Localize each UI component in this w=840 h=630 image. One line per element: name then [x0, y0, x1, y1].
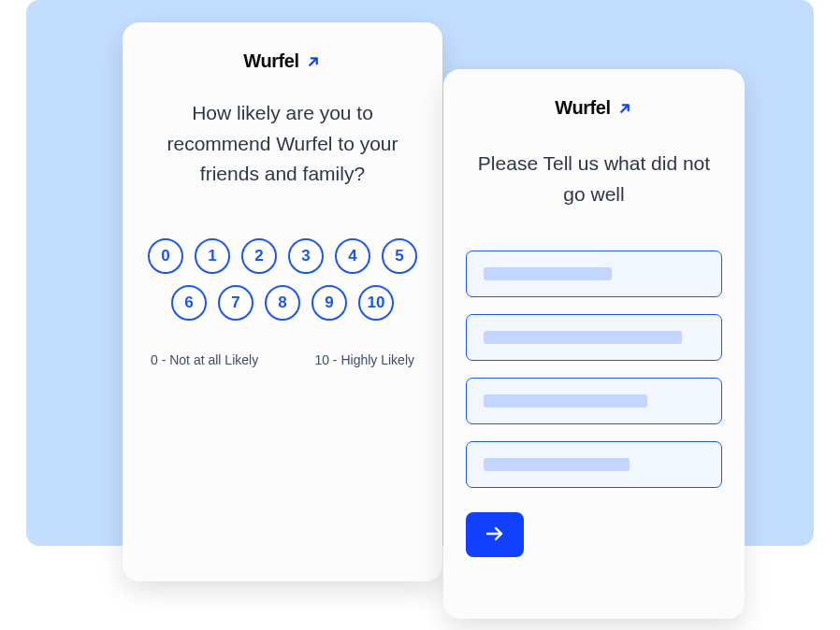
feedback-card: Wurfel Please Tell us what did not go we…	[443, 69, 745, 619]
option-placeholder	[484, 331, 682, 344]
arrow-up-right-icon	[616, 100, 633, 117]
option-placeholder	[484, 458, 630, 471]
nps-score-3[interactable]: 3	[288, 238, 324, 274]
nps-score-1[interactable]: 1	[195, 238, 230, 274]
brand-logo: Wurfel	[123, 50, 442, 72]
feedback-option-3[interactable]	[466, 378, 722, 424]
brand-name: Wurfel	[243, 50, 298, 72]
nps-score-6[interactable]: 6	[171, 285, 207, 321]
option-placeholder	[484, 394, 647, 408]
nps-score-grid: 0 1 2 3 4 5 6 7 8 9 10	[123, 238, 442, 321]
brand-name: Wurfel	[555, 97, 610, 119]
nps-legend-high: 10 - Highly Likely	[314, 352, 414, 367]
nps-question: How likely are you to recommend Wurfel t…	[123, 98, 442, 190]
submit-button[interactable]	[466, 512, 524, 557]
feedback-question: Please Tell us what did not go well	[443, 149, 745, 209]
nps-score-8[interactable]: 8	[265, 285, 300, 321]
feedback-option-4[interactable]	[466, 441, 722, 488]
arrow-up-right-icon	[305, 53, 322, 70]
nps-score-0[interactable]: 0	[148, 238, 183, 274]
nps-score-7[interactable]: 7	[218, 285, 253, 321]
nps-score-2[interactable]: 2	[241, 238, 277, 274]
nps-score-5[interactable]: 5	[382, 238, 417, 274]
nps-score-4[interactable]: 4	[335, 238, 370, 274]
feedback-options	[443, 251, 745, 488]
nps-score-9[interactable]: 9	[311, 285, 347, 321]
brand-logo: Wurfel	[443, 97, 745, 119]
arrow-right-icon	[484, 523, 506, 548]
option-placeholder	[484, 267, 612, 280]
feedback-option-1[interactable]	[466, 251, 722, 297]
nps-legend-low: 0 - Not at all Likely	[151, 352, 258, 367]
feedback-option-2[interactable]	[466, 314, 722, 361]
nps-score-10[interactable]: 10	[358, 285, 394, 321]
nps-legend: 0 - Not at all Likely 10 - Highly Likely	[123, 352, 442, 367]
nps-card: Wurfel How likely are you to recommend W…	[123, 22, 442, 581]
